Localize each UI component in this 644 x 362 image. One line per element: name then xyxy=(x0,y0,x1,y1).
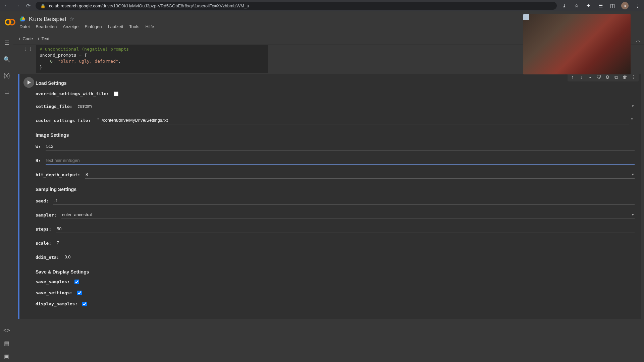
quote-close: " xyxy=(630,117,633,123)
checkbox-save-samples[interactable] xyxy=(74,280,79,284)
bookmark-icon[interactable]: ☆ xyxy=(573,3,580,9)
toc-icon[interactable]: ☰ xyxy=(3,40,10,47)
select-sampler[interactable]: euler_ancestral xyxy=(61,211,635,219)
colab-logo-icon[interactable] xyxy=(3,15,17,29)
input-seed[interactable] xyxy=(53,197,635,205)
star-icon[interactable]: ☆ xyxy=(69,16,74,22)
select-value: euler_ancestral xyxy=(62,212,92,217)
add-text-label: Text xyxy=(41,36,49,41)
reading-list-icon[interactable]: ☰ xyxy=(597,3,604,9)
checkbox-save-settings[interactable] xyxy=(77,291,82,295)
move-up-icon[interactable]: ↑ xyxy=(570,74,576,80)
select-value: 8 xyxy=(86,172,88,177)
label-scale: scale: xyxy=(36,241,51,246)
lock-icon: 🔒 xyxy=(40,3,46,8)
link-icon[interactable]: ⫘ xyxy=(587,74,593,80)
label-custom-settings-file: custom_settings_file: xyxy=(36,118,91,123)
kebab-icon[interactable]: ⋮ xyxy=(634,3,641,9)
url-path: /drive/13G9KHyMviOuJ3pzp-VRd5GObE8r8xqA1… xyxy=(101,3,249,8)
code-text: } xyxy=(40,65,42,70)
input-ddim-eta[interactable] xyxy=(64,253,635,261)
label-display-samples: display_samples: xyxy=(36,301,77,306)
menu-datei[interactable]: Datei xyxy=(19,24,30,29)
code-text: : xyxy=(53,59,58,64)
back-button[interactable]: ← xyxy=(3,3,10,9)
input-steps[interactable] xyxy=(56,225,635,233)
menu-einfuegen[interactable]: Einfügen xyxy=(85,24,102,29)
profile-avatar[interactable]: a xyxy=(621,2,629,9)
select-value: custom xyxy=(78,104,92,109)
notebook-title[interactable]: Kurs Beispiel xyxy=(29,15,66,23)
more-icon[interactable]: ⋮ xyxy=(631,74,637,80)
checkbox-override[interactable] xyxy=(114,92,118,96)
label-save-samples: save_samples: xyxy=(36,279,70,284)
code-editor[interactable]: # unconditional (negative) prompts uncon… xyxy=(36,45,268,73)
install-icon[interactable]: ⤓ xyxy=(561,3,568,9)
comment-icon[interactable]: 🗨 xyxy=(596,74,602,80)
menu-anzeige[interactable]: Anzeige xyxy=(63,24,78,29)
left-rail: ☰ 🔍 {x} 🗀 xyxy=(0,34,13,362)
collapse-header-icon[interactable]: ︿ xyxy=(636,38,641,44)
webcam-overlay xyxy=(523,14,631,74)
section-sampling-settings: Sampling Settings xyxy=(36,187,635,192)
drive-icon xyxy=(19,16,25,22)
code-text: "blurr, ugly, deformed" xyxy=(58,59,118,64)
label-ddim-eta: ddim_eta: xyxy=(36,255,59,260)
quote-open: " xyxy=(97,117,100,123)
section-image-settings: Image Settings xyxy=(36,132,635,138)
input-w[interactable] xyxy=(46,142,635,150)
exec-indicator[interactable]: [ ] xyxy=(19,45,36,51)
delete-icon[interactable]: 🗑 xyxy=(622,74,628,80)
files-icon[interactable]: 🗀 xyxy=(3,88,10,95)
checkbox-display-samples[interactable] xyxy=(82,302,87,306)
form-cell: ↑ ↓ ⫘ 🗨 ⚙ ⧉ 🗑 ⋮ Load Settings override_s… xyxy=(18,74,641,319)
input-custom-settings-file[interactable] xyxy=(101,116,629,124)
notebook-main: [ ] # unconditional (negative) prompts u… xyxy=(13,45,644,362)
move-down-icon[interactable]: ↓ xyxy=(578,74,584,80)
add-code-button[interactable]: +Code xyxy=(18,36,33,42)
label-bit-depth: bit_depth_output: xyxy=(36,172,80,177)
menu-tools[interactable]: Tools xyxy=(129,24,139,29)
command-palette-icon[interactable]: ▣ xyxy=(3,353,10,360)
url-bar[interactable]: 🔒 colab.research.google.com/drive/13G9KH… xyxy=(36,2,557,10)
menu-laufzeit[interactable]: Laufzeit xyxy=(108,24,123,29)
input-scale[interactable] xyxy=(56,239,635,247)
add-text-button[interactable]: +Text xyxy=(37,36,49,42)
search-icon[interactable]: 🔍 xyxy=(3,56,10,63)
label-steps: steps: xyxy=(36,227,51,232)
label-override: override_settings_with_file: xyxy=(36,91,109,96)
section-load-settings: Load Settings xyxy=(36,80,635,86)
select-settings-file[interactable]: custom xyxy=(77,102,635,110)
label-w: W: xyxy=(36,144,41,149)
reload-button[interactable]: ⟳ xyxy=(25,3,32,9)
label-sampler: sampler: xyxy=(36,213,57,218)
code-text: 0 xyxy=(50,59,53,64)
gear-icon[interactable]: ⚙ xyxy=(604,74,610,80)
mirror-icon[interactable]: ⧉ xyxy=(613,74,619,80)
label-seed: seed: xyxy=(36,198,49,203)
select-bit-depth[interactable]: 8 xyxy=(85,171,635,179)
variables-icon[interactable]: {x} xyxy=(3,72,10,79)
menu-hilfe[interactable]: Hilfe xyxy=(145,24,154,29)
code-text: , xyxy=(118,59,121,64)
url-domain: colab.research.google.com xyxy=(49,3,101,8)
forward-button[interactable]: → xyxy=(14,3,21,9)
terminal-icon[interactable]: ▤ xyxy=(3,340,10,347)
menu-bearbeiten[interactable]: Bearbeiten xyxy=(36,24,57,29)
label-h: H: xyxy=(36,158,41,163)
menu-bar: Datei Bearbeiten Anzeige Einfügen Laufze… xyxy=(19,24,154,29)
label-settings-file: settings_file: xyxy=(36,104,72,109)
input-h[interactable] xyxy=(46,157,635,165)
side-panel-icon[interactable]: ◫ xyxy=(609,3,616,9)
add-code-label: Code xyxy=(22,36,33,41)
section-save-display: Save & Display Settings xyxy=(36,269,635,275)
code-snippets-icon[interactable]: <> xyxy=(3,327,10,334)
left-rail-bottom: <> ▤ ▣ xyxy=(0,327,13,362)
browser-toolbar: ← → ⟳ 🔒 colab.research.google.com/drive/… xyxy=(0,0,644,11)
extensions-icon[interactable]: ✦ xyxy=(585,3,592,9)
code-text: uncond_prompts = { xyxy=(40,53,87,58)
run-cell-button[interactable] xyxy=(23,77,34,88)
label-save-settings: save_settings: xyxy=(36,290,72,295)
code-comment: # unconditional (negative) prompts xyxy=(40,47,129,52)
